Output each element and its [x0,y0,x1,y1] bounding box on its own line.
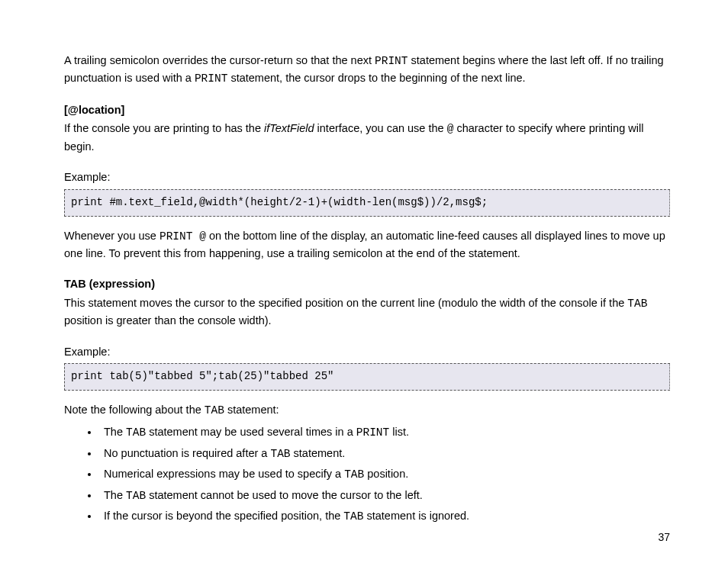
intro-paragraph: A trailing semicolon overrides the curso… [64,52,670,88]
location-heading: [@location] [64,101,670,118]
inline-code: PRINT [375,55,408,67]
tab-note-paragraph: Note the following about the TAB stateme… [64,401,670,419]
inline-code: TAB [344,468,364,481]
text: If the console you are printing to has t… [64,122,264,134]
text: The [104,489,126,501]
tab-heading: TAB (expression) [64,275,670,292]
inline-code: TAB [205,404,224,417]
text: statement, the cursor drops to the begin… [227,72,525,84]
text: statement: [224,404,279,416]
text: If the cursor is beyond the specified po… [104,510,343,522]
inline-code: TAB [270,448,290,460]
text: Whenever you use [64,230,159,242]
inline-code: PRINT @ [159,230,206,243]
inline-code: PRINT [195,72,228,85]
text: statement may be used several times in a [146,426,356,438]
text: The [104,426,126,438]
page-content: A trailing semicolon overrides the curso… [0,0,728,526]
inline-code: PRINT [356,426,390,439]
text: This statement moves the cursor to the s… [64,297,627,309]
inline-code: TAB [126,490,146,502]
list-item: Numerical expressions may be used to spe… [99,465,670,483]
inline-code: TAB [343,510,363,523]
text: Note the following about the [64,404,205,416]
text: position is greater than the console wid… [64,314,272,327]
inline-code: TAB [627,298,647,310]
text: No punctuation is required after a [104,447,270,459]
code-block-location: print #m.text_field,@width*(height/2-1)+… [64,189,670,217]
location-paragraph: If the console you are printing to has t… [64,120,670,155]
text: interface, you can use the [314,122,447,134]
text: statement cannot be used to move the cur… [146,489,423,501]
tab-notes-list: The TAB statement may be used several ti… [64,423,670,525]
list-item: The TAB statement may be used several ti… [99,423,670,441]
code-block-tab: print tab(5)"tabbed 5";tab(25)"tabbed 25… [64,363,670,391]
text: position. [364,468,408,480]
inline-code: TAB [126,426,146,439]
italic-text: ifTextField [264,122,314,134]
example-label: Example: [64,343,670,360]
list-item: If the cursor is beyond the specified po… [99,507,670,525]
text: list. [389,426,409,438]
page-number: 37 [658,529,670,546]
list-item: No punctuation is required after a TAB s… [99,445,670,462]
text: statement. [291,447,346,459]
location-after-paragraph: Whenever you use PRINT @ on the bottom l… [64,227,670,262]
tab-paragraph: This statement moves the cursor to the s… [64,294,670,330]
text: statement is ignored. [363,510,469,522]
list-item: The TAB statement cannot be used to move… [99,487,670,504]
text: A trailing semicolon overrides the curso… [64,54,375,66]
example-label: Example: [64,169,670,185]
text: Numerical expressions may be used to spe… [104,468,344,480]
